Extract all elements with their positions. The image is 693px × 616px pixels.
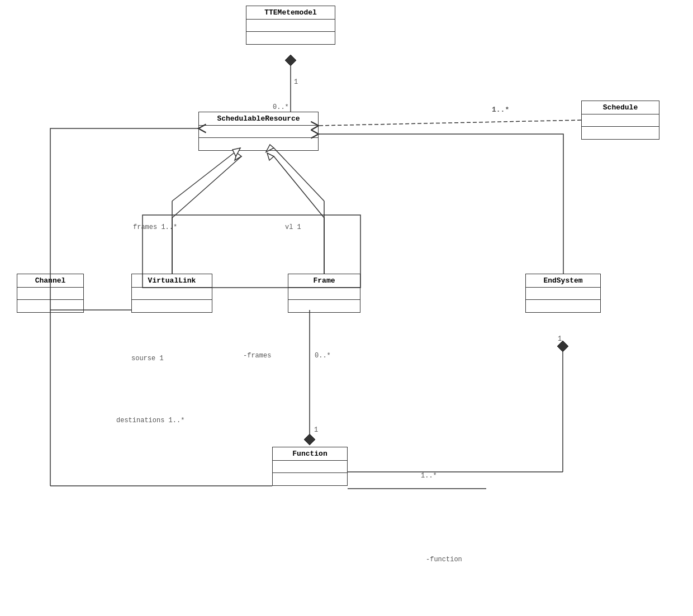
triangle-vl: [235, 153, 241, 160]
class-function: Function: [272, 447, 348, 486]
section-frame-1: [288, 288, 360, 300]
line-vl-to-schedulable: [172, 156, 241, 274]
svg-label-vl: vl 1: [285, 223, 301, 231]
label-0star-composition: 0..*: [273, 103, 289, 111]
svg-label-0star2: 0..*: [315, 352, 331, 360]
class-frame: Frame: [288, 274, 360, 313]
class-name-frame: Frame: [288, 274, 360, 288]
class-virtualLink: VirtualLink: [131, 274, 212, 313]
svg-label-1star-func: 1..*: [421, 472, 437, 480]
section-frame-2: [288, 300, 360, 312]
class-name-tteMetemodel: TTEMetemodel: [246, 6, 335, 20]
class-tteMetemodel: TTEMetemodel: [246, 6, 335, 45]
section-channel-1: [17, 288, 83, 300]
section-schedule-1: [582, 114, 659, 127]
section-func-1: [273, 461, 347, 473]
diamond-tteMetemodel: [285, 55, 296, 66]
line-schedule-to-schedulable: [319, 120, 581, 126]
section-schedulable-2: [199, 138, 318, 150]
line-schedulable-to-channel: [50, 128, 198, 274]
class-name-channel: Channel: [17, 274, 83, 288]
class-name-function: Function: [273, 447, 347, 461]
class-schedulableResource: SchedulableResource: [198, 112, 319, 151]
class-channel: Channel: [17, 274, 84, 313]
label-1-composition: 1: [294, 78, 298, 86]
svg-label-dest: destinations 1..*: [116, 417, 184, 424]
svg-label-frames: frames 1..*: [133, 223, 177, 231]
diagram-container: TTEMetemodel SchedulableResource Schedul…: [0, 0, 693, 616]
diamond-function: [304, 434, 315, 445]
section-es-1: [526, 288, 600, 300]
section-schedulable-1: [199, 126, 318, 138]
frame-gen-h: [274, 148, 324, 201]
section-tteMetemodel-1: [246, 20, 335, 32]
diamond-endsystem: [557, 341, 568, 352]
line-frame-to-schedulable: [274, 156, 324, 274]
triangle-frame: [267, 153, 274, 160]
section-func-2: [273, 473, 347, 485]
section-tteMetemodel-2: [246, 32, 335, 44]
class-schedule: Schedule: [581, 101, 659, 140]
section-vl-1: [132, 288, 212, 300]
class-name-virtualLink: VirtualLink: [132, 274, 212, 288]
svg-label-1-func: 1: [314, 426, 318, 434]
class-name-schedulableResource: SchedulableResource: [199, 112, 318, 126]
vl-gen-h: [172, 148, 240, 201]
svg-label-1-es: 1: [558, 335, 562, 343]
label-1star-schedule: 1..*: [492, 106, 509, 114]
svg-label-function: -function: [426, 556, 462, 564]
section-vl-2: [132, 300, 212, 312]
class-name-endSystem: EndSystem: [526, 274, 600, 288]
svg-label-frames2: -frames: [243, 352, 271, 360]
class-endSystem: EndSystem: [525, 274, 601, 313]
section-es-2: [526, 300, 600, 312]
line-schedulable-to-endsystem: [319, 134, 563, 274]
section-schedule-2: [582, 127, 659, 139]
class-name-schedule: Schedule: [582, 101, 659, 114]
section-channel-2: [17, 300, 83, 312]
svg-label-sourse: sourse 1: [131, 355, 164, 362]
